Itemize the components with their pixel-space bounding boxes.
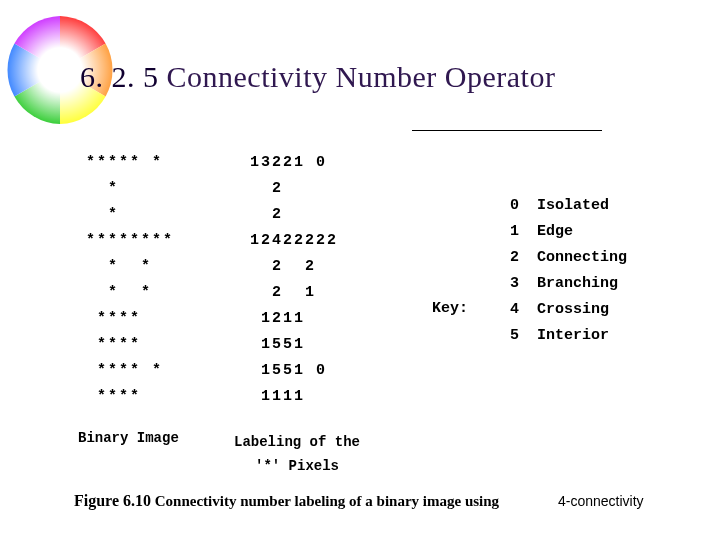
- figure-suffix: 4-connectivity: [558, 493, 644, 509]
- binary-caption: Binary Image: [78, 430, 179, 446]
- key-label: Key:: [432, 300, 468, 317]
- figure-text: Connectivity number labeling of a binary…: [155, 493, 499, 509]
- section-number: 6. 2. 5: [80, 60, 159, 93]
- figure-number: Figure 6.10: [74, 492, 151, 509]
- binary-image-grid: ***** * * * ******** * * * * **** **** *…: [86, 150, 174, 410]
- section-text: Connectivity Number Operator: [167, 60, 556, 93]
- divider-line: [412, 130, 602, 131]
- labeling-grid: 13221 0 2 2 12422222 2 2 2 1 1211 1551 1…: [250, 150, 338, 410]
- labeling-caption: Labeling of the '*' Pixels: [234, 430, 360, 478]
- figure-caption: Figure 6.10 Connectivity number labeling…: [74, 492, 499, 510]
- section-title: 6. 2. 5 Connectivity Number Operator: [80, 60, 555, 94]
- key-table: 0 Isolated 1 Edge 2 Connecting 3 Branchi…: [510, 193, 627, 349]
